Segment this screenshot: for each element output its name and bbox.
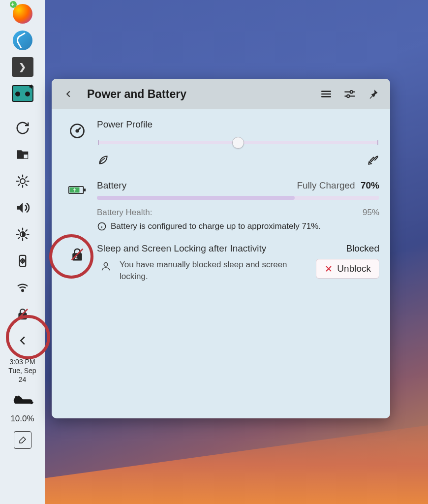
power-profile-title: Power Profile — [97, 119, 379, 130]
section-power-profile: Power Profile — [62, 119, 379, 168]
svg-line-18 — [26, 230, 27, 231]
pin-icon — [367, 88, 380, 100]
taskbar-clock[interactable]: 3:03 PM Tue, Sep 24 — [8, 355, 36, 386]
close-x-icon — [324, 264, 333, 273]
svg-point-1 — [20, 179, 25, 184]
tray-brightness-half[interactable] — [11, 222, 34, 246]
info-icon — [97, 221, 107, 231]
chevron-left-icon — [63, 89, 74, 99]
popup-title: Power and Battery — [87, 88, 311, 101]
battery-health-label: Battery Health: — [97, 208, 152, 218]
cat-icon — [12, 394, 33, 407]
svg-point-36 — [347, 95, 349, 97]
battery-charging-icon — [62, 180, 92, 231]
svg-line-9 — [26, 177, 27, 178]
phone-gear-icon — [14, 252, 31, 270]
battery-health-row: Battery Health: 95% — [97, 208, 379, 218]
wifi-dot-icon — [14, 279, 31, 296]
tray-show-desktop[interactable] — [11, 427, 34, 450]
sliders-icon — [343, 88, 356, 100]
sleep-title: Sleep and Screen Locking after Inactivit… — [97, 243, 266, 254]
svg-point-48 — [104, 263, 107, 266]
clock-day: Tue, Sep — [8, 366, 36, 375]
svg-line-6 — [18, 177, 20, 178]
slider-thumb[interactable] — [232, 137, 244, 149]
refresh-icon — [14, 119, 31, 137]
runcat-percent: 10.0% — [10, 411, 34, 424]
sleep-lock-blocked-icon: Z — [62, 243, 92, 283]
popup-header: Power and Battery — [52, 79, 390, 109]
tray-network[interactable] — [11, 276, 34, 299]
svg-rect-40 — [84, 189, 86, 191]
popup-body: Power Profile — [52, 109, 390, 304]
cassette-icon — [12, 85, 33, 102]
svg-line-7 — [26, 184, 27, 186]
svg-line-17 — [18, 237, 20, 239]
section-battery: Battery Fully Charged 70% Battery Health… — [62, 180, 379, 231]
tray-vault[interactable] — [11, 143, 34, 166]
clock-time: 3:03 PM — [8, 357, 36, 366]
battery-progress — [97, 196, 379, 200]
power-battery-popup: Power and Battery Power Profile — [52, 79, 390, 418]
pin-button[interactable] — [365, 85, 382, 103]
svg-point-34 — [350, 91, 353, 93]
speaker-icon — [14, 199, 31, 217]
sleep-description: You have manually blocked sleep and scre… — [120, 259, 297, 283]
sleep-status: Blocked — [346, 243, 379, 254]
svg-rect-0 — [24, 155, 28, 158]
power-profile-icon — [62, 119, 92, 168]
tray-power-management[interactable]: Z — [11, 302, 34, 326]
unblock-button[interactable]: Unblock — [316, 259, 379, 279]
back-button[interactable] — [60, 85, 77, 103]
tray-expand[interactable] — [11, 329, 34, 352]
vault-folder-icon — [14, 146, 31, 163]
svg-point-38 — [76, 130, 79, 132]
configure-button[interactable] — [341, 85, 359, 103]
tray-refresh[interactable] — [11, 116, 34, 140]
tray-volume[interactable] — [11, 196, 34, 220]
tray-kde-connect[interactable] — [11, 249, 34, 273]
battery-status: Fully Charged 70% — [297, 180, 379, 191]
svg-line-15 — [18, 230, 20, 231]
battery-title: Battery — [97, 180, 126, 191]
leaf-icon — [97, 154, 110, 168]
app-terminal[interactable]: ❯ — [11, 55, 34, 79]
rocket-icon — [367, 154, 379, 168]
sound-badge-icon — [29, 83, 35, 92]
terminal-icon: ❯ — [12, 57, 33, 77]
hamburger-icon — [320, 88, 333, 100]
kate-icon — [13, 31, 32, 50]
firefox-icon — [13, 4, 32, 24]
app-firefox[interactable] — [11, 2, 34, 26]
sleep-lock-blocked-icon: Z — [14, 305, 31, 323]
battery-note-text: Battery is configured to charge up to ap… — [111, 221, 321, 231]
battery-health-value: 95% — [363, 208, 379, 218]
menu-button[interactable] — [317, 85, 335, 103]
svg-line-8 — [18, 184, 20, 186]
tray-brightness-sun[interactable] — [11, 169, 34, 193]
tray-runcat[interactable] — [11, 392, 34, 408]
app-kate[interactable] — [11, 29, 34, 52]
battery-percent: 70% — [361, 180, 379, 190]
section-sleep-lock: Z Sleep and Screen Locking after Inactiv… — [62, 243, 379, 283]
clock-date: 24 — [8, 375, 36, 384]
power-profile-slider[interactable] — [98, 137, 378, 149]
notepad-icon — [14, 431, 31, 449]
svg-point-26 — [22, 289, 24, 291]
chevron-left-icon — [14, 332, 31, 349]
user-icon — [97, 259, 115, 272]
app-cassette[interactable] — [11, 82, 34, 105]
sun-outline-icon — [14, 172, 31, 190]
unblock-label: Unblock — [337, 263, 371, 274]
battery-note: Battery is configured to charge up to ap… — [97, 221, 379, 231]
svg-point-21 — [22, 260, 23, 262]
taskbar-panel: ❯ — [0, 0, 45, 504]
svg-line-16 — [26, 237, 27, 239]
sun-half-icon — [14, 225, 31, 243]
